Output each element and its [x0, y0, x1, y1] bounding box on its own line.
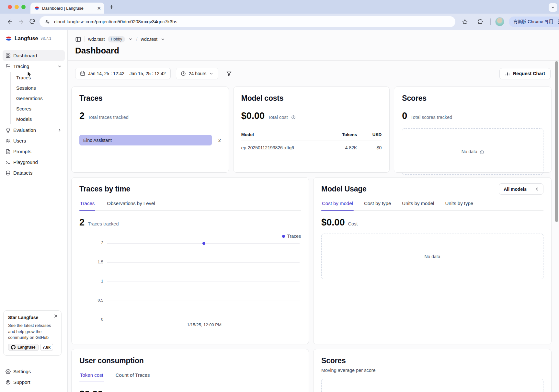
org-switcher-chevron-icon[interactable]	[128, 37, 133, 41]
window-close-button[interactable]	[8, 5, 12, 9]
extensions-puzzle-icon[interactable]	[475, 16, 486, 27]
sidebar-item-evaluation[interactable]: Evaluation	[3, 125, 65, 135]
sidebar-footer: Settings Support	[3, 366, 65, 387]
tab-title: Dashboard | Langfuse	[42, 6, 94, 11]
toolbar-divider	[490, 18, 491, 25]
interval-dropdown[interactable]: 24 hours	[176, 68, 218, 79]
scores-total: 0	[402, 110, 407, 121]
sidebar-item-support[interactable]: Support	[3, 377, 65, 387]
sidebar-item-users[interactable]: Users	[3, 135, 65, 146]
chart-gridline	[107, 262, 300, 263]
new-tab-button[interactable]	[109, 4, 114, 10]
sidebar-item-settings[interactable]: Settings	[3, 366, 65, 377]
tab-observations-by-level[interactable]: Observations by Level	[106, 201, 155, 210]
traces-by-time-tabs: Traces Observations by Level	[79, 201, 301, 211]
sidebar-item-traces[interactable]: Traces	[14, 72, 65, 83]
window-zoom-button[interactable]	[21, 5, 26, 9]
project-switcher-chevron-icon[interactable]	[161, 37, 165, 41]
request-chart-button[interactable]: Request Chart	[499, 68, 551, 79]
sidebar-item-scores[interactable]: Scores	[14, 103, 65, 114]
legend-dot-icon	[282, 235, 285, 238]
traces-tracked-value: 2	[79, 217, 85, 228]
chart-data-point[interactable]	[202, 242, 205, 245]
calendar-icon	[80, 71, 85, 76]
tab-token-cost[interactable]: Token cost	[79, 372, 104, 382]
github-star-button[interactable]: Langfuse	[8, 344, 39, 351]
scores-subtitle: Moving average per score	[321, 368, 543, 373]
tab-search-button[interactable]	[549, 3, 557, 12]
window-minimize-button[interactable]	[15, 5, 19, 9]
close-icon[interactable]	[54, 314, 58, 318]
tab-close-icon[interactable]: ✕	[97, 6, 101, 11]
breadcrumb-divider	[85, 36, 85, 42]
langfuse-logo-icon	[6, 35, 12, 42]
filter-funnel-icon[interactable]	[226, 71, 232, 76]
trace-name-bar-value: 2	[216, 138, 221, 143]
sidebar-item-playground[interactable]: Playground	[3, 157, 65, 167]
model-costs-card: Model costs $0.00 Total cost Model Toke	[233, 86, 390, 173]
lifebuoy-icon	[6, 380, 11, 385]
main-content: wdz.test Hobby / wdz.test Dashboard Jan …	[68, 30, 559, 392]
url-bar[interactable]: cloud.langfuse.com/project/cm50idm0208mx…	[40, 16, 455, 27]
tab-cost-by-model[interactable]: Cost by model	[321, 201, 354, 210]
tab-traces[interactable]: Traces	[79, 201, 95, 210]
sidebar-item-sessions[interactable]: Sessions	[14, 83, 65, 93]
back-button[interactable]	[5, 16, 16, 27]
site-info-icon[interactable]	[45, 19, 50, 25]
browser-menu-kebab-icon[interactable]	[556, 19, 559, 24]
sidebar-item-dashboard[interactable]: Dashboard	[3, 50, 65, 61]
y-tick-label: 1	[88, 279, 103, 283]
chart-x-axis: 1/15/25, 12:00 PM	[107, 322, 301, 329]
no-data-placeholder: No data	[321, 234, 543, 279]
y-tick-label: 1.5	[88, 260, 103, 264]
forward-button	[16, 16, 27, 27]
usage-cost-value: $0.00	[321, 217, 345, 228]
mouse-cursor	[27, 71, 32, 77]
project-name[interactable]: wdz.test	[141, 37, 157, 42]
brand-row: Langfuse v3.7.1	[0, 30, 67, 46]
tab-count-of-traces[interactable]: Count of Traces	[115, 372, 151, 382]
table-row[interactable]: ep-20250112193826-xftq6 4.82K $0	[241, 141, 382, 150]
info-icon[interactable]	[480, 150, 484, 155]
scores-moving-average-card: Scores Moving average per score No data	[313, 349, 552, 392]
y-tick-label: 2	[88, 241, 103, 245]
brand-version: v3.7.1	[41, 36, 51, 41]
all-models-select[interactable]: All models	[499, 183, 543, 195]
bookmark-star-icon[interactable]	[459, 16, 470, 27]
sidebar-item-generations[interactable]: Generations	[14, 93, 65, 103]
traces-card: Traces 2 Total traces tracked Eino Assis…	[71, 86, 229, 173]
star-card-body: See the latest releases and help grow th…	[8, 323, 57, 340]
sidebar-item-tracing[interactable]: Tracing	[3, 61, 65, 72]
x-tick-label: 1/15/25, 12:00 PM	[187, 322, 221, 327]
traces-total: 2	[79, 110, 85, 121]
browser-window: Dashboard | Langfuse ✕ cloud.langfuse.co…	[0, 0, 559, 392]
chrome-update-button[interactable]: 有新版 Chrome 可用	[509, 17, 559, 27]
sidebar-item-prompts[interactable]: Prompts	[3, 146, 65, 157]
no-data-placeholder: No data	[321, 379, 543, 392]
traces-chart-plot: 00.511.52	[107, 243, 300, 320]
chevron-down-icon	[209, 72, 213, 76]
reload-button[interactable]	[27, 16, 38, 27]
tab-units-by-model[interactable]: Units by model	[401, 201, 435, 210]
terminal-icon	[6, 160, 11, 165]
sidebar-item-datasets[interactable]: Datasets	[3, 167, 65, 178]
gear-icon	[6, 369, 11, 374]
y-tick-label: 0	[88, 317, 103, 322]
chevron-right-icon	[57, 128, 62, 133]
org-name[interactable]: wdz.test	[88, 37, 105, 42]
browser-tab[interactable]: Dashboard | Langfuse ✕	[30, 3, 104, 14]
info-icon[interactable]	[291, 115, 296, 120]
scores-card: Scores 0 Total scores tracked No data	[394, 86, 552, 173]
page-scrollbar[interactable]	[555, 61, 558, 222]
page-title: Dashboard	[75, 46, 559, 56]
trace-name-bar[interactable]: Eino Assistant	[79, 135, 212, 145]
y-tick-label: 0.5	[88, 298, 103, 303]
profile-avatar[interactable]	[495, 17, 504, 26]
sidebar-item-models[interactable]: Models	[14, 114, 65, 124]
chart-gridline	[107, 282, 300, 282]
database-icon	[6, 170, 11, 176]
tab-units-by-type[interactable]: Units by type	[444, 201, 474, 210]
tab-cost-by-type[interactable]: Cost by type	[363, 201, 392, 210]
sidebar-toggle-icon[interactable]	[75, 36, 81, 42]
date-range-picker[interactable]: Jan 14, 25 : 12:42 – Jan 15, 25 : 12:42	[75, 68, 171, 79]
